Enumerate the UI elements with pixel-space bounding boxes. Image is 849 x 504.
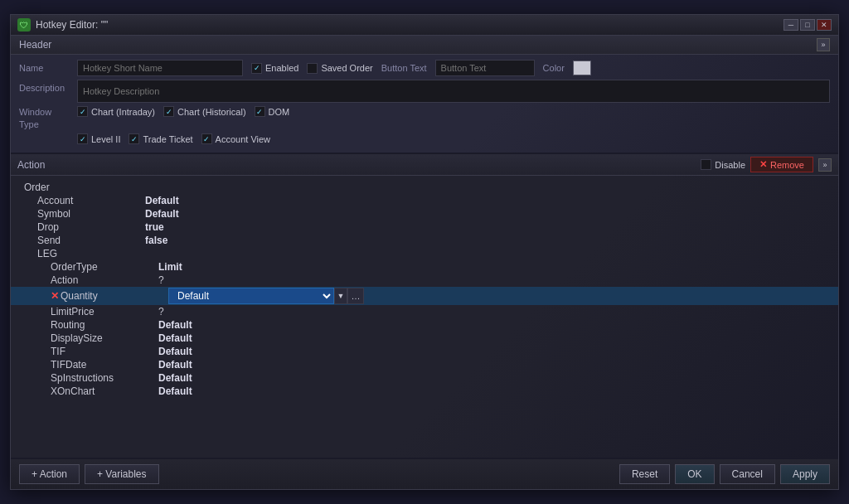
window-type-label: Window Type <box>19 106 69 132</box>
dom-checkbox[interactable]: ✓ <box>255 106 265 117</box>
description-label: Description <box>19 80 69 103</box>
close-button[interactable]: ✕ <box>817 19 832 31</box>
minimize-button[interactable]: ─ <box>784 19 798 31</box>
xonchart-field-value: Default <box>158 385 192 397</box>
color-label: Color <box>543 63 565 73</box>
ok-button[interactable]: OK <box>675 464 714 484</box>
apply-button[interactable]: Apply <box>780 464 830 484</box>
tif-field-label: TIF <box>51 346 158 357</box>
color-picker[interactable] <box>573 61 591 75</box>
tree-row[interactable]: LEG <box>11 247 838 260</box>
window-type-row: Window Type ✓ Chart (Intraday) ✓ Chart (… <box>19 106 830 144</box>
chart-intraday-checkbox[interactable]: ✓ <box>77 106 88 117</box>
action-section-header: Action Disable ✕ Remove » <box>11 154 838 176</box>
button-text-label: Button Text <box>381 63 427 73</box>
action-collapse-button[interactable]: » <box>818 158 832 172</box>
remove-x-icon: ✕ <box>759 159 767 170</box>
trade-ticket-checkbox[interactable]: ✓ <box>129 133 139 144</box>
tree-row[interactable]: TIF Default <box>11 345 838 358</box>
tree-row[interactable]: XOnChart Default <box>11 385 838 398</box>
action-section: Action Disable ✕ Remove » Order <box>11 154 838 458</box>
chart-historical-label[interactable]: ✓ Chart (Historical) <box>163 106 246 117</box>
tree-row[interactable]: Action ? <box>11 274 838 287</box>
order-label: Order <box>24 182 132 193</box>
account-view-checkbox[interactable]: ✓ <box>201 133 212 144</box>
quantity-arrow-button[interactable]: ▼ <box>334 288 347 304</box>
maximize-button[interactable]: □ <box>800 19 815 31</box>
dom-text: DOM <box>269 107 290 117</box>
add-action-button[interactable]: + Action <box>19 464 80 484</box>
tree-row[interactable]: Routing Default <box>11 318 838 332</box>
header-label: Header <box>19 39 51 51</box>
header-section: Header » Name ✓ Enabled Saved Order Butt… <box>11 36 838 154</box>
header-collapse-button[interactable]: » <box>817 38 830 51</box>
action-label: Action <box>17 159 45 171</box>
name-input[interactable] <box>77 60 243 76</box>
spinstructions-field-value: Default <box>158 372 192 384</box>
quantity-dropdown[interactable]: Default <box>168 288 334 304</box>
disable-checkbox-label[interactable]: Disable <box>701 159 745 170</box>
order-group-row[interactable]: Order <box>11 181 838 194</box>
chart-historical-text: Chart (Historical) <box>177 107 246 117</box>
leg-field-label: LEG <box>37 248 145 259</box>
tree-row[interactable]: SpInstructions Default <box>11 371 838 385</box>
description-input[interactable] <box>77 80 830 103</box>
quantity-dots-button[interactable]: … <box>347 288 364 304</box>
spinstructions-field-label: SpInstructions <box>51 372 158 384</box>
dom-label[interactable]: ✓ DOM <box>255 106 290 117</box>
account-field-label: Account <box>37 195 145 206</box>
tree-row[interactable]: Symbol Default <box>11 207 838 220</box>
button-text-input[interactable] <box>435 60 535 76</box>
action-tree: Order Account Default Symbol Default Dro… <box>11 176 838 458</box>
chart-intraday-label[interactable]: ✓ Chart (Intraday) <box>77 106 155 117</box>
routing-field-label: Routing <box>51 319 158 331</box>
title-bar: 🛡 Hotkey Editor: "" ─ □ ✕ <box>11 15 838 36</box>
cancel-button[interactable]: Cancel <box>720 464 775 484</box>
saved-order-checkbox[interactable] <box>307 63 318 74</box>
reset-button[interactable]: Reset <box>619 464 670 484</box>
displaysize-field-value: Default <box>158 332 192 344</box>
action-field-label: Action <box>51 274 158 286</box>
tree-row[interactable]: Send false <box>11 234 838 247</box>
trade-ticket-label[interactable]: ✓ Trade Ticket <box>129 133 192 144</box>
name-row: Name ✓ Enabled Saved Order Button Text C… <box>19 60 830 76</box>
level2-label[interactable]: ✓ Level II <box>77 133 120 144</box>
level2-checkbox[interactable]: ✓ <box>77 133 88 144</box>
trade-ticket-text: Trade Ticket <box>143 134 192 144</box>
quantity-row[interactable]: ✕ Quantity Default ▼ … <box>11 287 838 305</box>
chart-historical-checkbox[interactable]: ✓ <box>163 106 174 117</box>
bottom-right-buttons: Reset OK Cancel Apply <box>619 464 830 484</box>
tree-row[interactable]: DisplaySize Default <box>11 332 838 345</box>
account-view-text: Account View <box>216 134 270 144</box>
account-view-label[interactable]: ✓ Account View <box>201 133 270 144</box>
description-row: Description <box>19 80 830 103</box>
quantity-control: Default ▼ … <box>168 288 364 304</box>
tifdate-field-label: TIFDate <box>51 359 158 371</box>
window-title: Hotkey Editor: "" <box>36 19 779 31</box>
disable-checkbox[interactable] <box>701 159 711 170</box>
icon-glyph: 🛡 <box>20 21 28 30</box>
chart-intraday-text: Chart (Intraday) <box>91 107 155 117</box>
tree-row[interactable]: Account Default <box>11 194 838 207</box>
displaysize-field-label: DisplaySize <box>51 332 158 344</box>
level2-text: Level II <box>91 134 120 144</box>
symbol-field-label: Symbol <box>37 208 145 220</box>
tree-row[interactable]: LimitPrice ? <box>11 305 838 318</box>
enabled-checkbox-label[interactable]: ✓ Enabled <box>251 63 298 74</box>
tree-row[interactable]: OrderType Limit <box>11 260 838 274</box>
enabled-checkbox[interactable]: ✓ <box>251 63 262 74</box>
account-field-value: Default <box>145 195 179 206</box>
add-variables-button[interactable]: + Variables <box>85 464 158 484</box>
saved-order-checkbox-label[interactable]: Saved Order <box>307 63 372 74</box>
send-field-label: Send <box>37 235 145 246</box>
header-section-header: Header » <box>11 36 838 55</box>
routing-field-value: Default <box>158 319 192 331</box>
enabled-label: Enabled <box>265 63 298 73</box>
tree-row[interactable]: TIFDate Default <box>11 358 838 371</box>
action-field-value: ? <box>158 274 164 286</box>
tree-row[interactable]: Drop true <box>11 220 838 234</box>
ordertype-field-value: Limit <box>158 261 182 273</box>
drop-field-label: Drop <box>37 221 145 233</box>
send-field-value: false <box>145 235 167 246</box>
remove-button[interactable]: ✕ Remove <box>750 157 813 172</box>
